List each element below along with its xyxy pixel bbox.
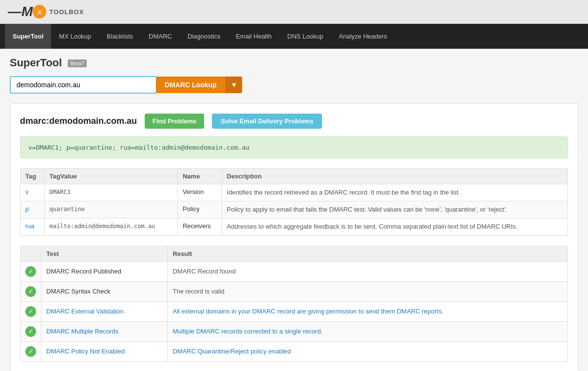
tags-table: Tag TagValue Name Description v DMARC1 V… <box>20 168 568 236</box>
domain-value: demodomain.com.au <box>49 116 137 126</box>
table-row: ✓ DMARC Syntax Check The record is valid <box>20 281 568 301</box>
test-result-cell: Multiple DMARC records corrected to a si… <box>168 321 568 341</box>
logo-m-text: —M <box>8 4 33 20</box>
lookup-dropdown-button[interactable]: ▼ <box>226 77 243 93</box>
pass-icon: ✓ <box>25 286 36 297</box>
test-name-text: DMARC Syntax Check <box>46 288 110 295</box>
tag-value-cell: DMARC1 <box>50 189 71 195</box>
main-content: SuperTool Beta7 DMARC Lookup ▼ dmarc:dem… <box>0 49 588 371</box>
tag-name-cell: Version <box>177 184 222 201</box>
pass-icon: ✓ <box>25 306 36 317</box>
dmarc-record-box: v=DMARC1; p=quarantine; rua=mailto:admin… <box>20 137 568 158</box>
table-row: rua mailto:admin@demodomain.com.au Recei… <box>20 218 568 235</box>
test-name-text: DMARC Record Published <box>46 268 121 275</box>
tag-link[interactable]: v <box>25 188 29 195</box>
result-section: dmarc:demodomain.com.au Find Problems So… <box>10 103 578 371</box>
table-row: ✓ DMARC Policy Not Enabled DMARC Quarant… <box>20 341 568 361</box>
nav-item-analyze-headers[interactable]: Analyze Headers <box>331 24 395 49</box>
test-result-link[interactable]: DMARC Quarantine/Reject policy enabled <box>172 348 291 355</box>
nav-item-supertool[interactable]: SuperTool <box>5 24 51 49</box>
table-row: v DMARC1 Version Identifies the record r… <box>20 184 568 201</box>
col-description: Description <box>222 169 568 184</box>
test-name-link[interactable]: DMARC Multiple Records <box>46 328 118 335</box>
test-name-cell: DMARC Multiple Records <box>41 321 168 341</box>
tag-name-cell: Receivers <box>177 218 222 235</box>
tests-table: Test Result ✓ DMARC Record Published DMA… <box>20 246 568 362</box>
nav-item-dmarc[interactable]: DMARC <box>141 24 180 49</box>
test-result-cell: DMARC Quarantine/Reject policy enabled <box>168 341 568 361</box>
col-name: Name <box>177 169 222 184</box>
tag-link[interactable]: p <box>25 205 29 213</box>
col-tag: Tag <box>20 169 45 184</box>
tag-desc-cell: Identifies the record retrieved as a DMA… <box>222 184 568 201</box>
result-header: dmarc:demodomain.com.au Find Problems So… <box>20 114 568 129</box>
search-bar: DMARC Lookup ▼ <box>10 76 578 94</box>
logo-circle: x <box>33 5 46 19</box>
pass-icon: ✓ <box>25 346 36 357</box>
nav-item-mx-lookup[interactable]: MX Lookup <box>51 24 99 49</box>
result-domain: dmarc:demodomain.com.au <box>20 116 137 126</box>
test-result-link[interactable]: Multiple DMARC records corrected to a si… <box>172 328 322 335</box>
col-tag-value: TagValue <box>44 169 177 184</box>
table-row: ✓ DMARC Record Published DMARC Record fo… <box>20 261 568 281</box>
tag-value-cell: mailto:admin@demodomain.com.au <box>50 223 155 230</box>
main-nav: SuperTool MX Lookup Blacklists DMARC Dia… <box>0 24 588 49</box>
table-row: ✓ DMARC Multiple Records Multiple DMARC … <box>20 321 568 341</box>
nav-item-email-health[interactable]: Email Health <box>228 24 280 49</box>
nav-item-dns-lookup[interactable]: DNS Lookup <box>280 24 331 49</box>
test-result-cell: All external domains in your DMARC recor… <box>168 301 568 321</box>
test-result-text: DMARC Record found <box>172 268 235 275</box>
test-result-link[interactable]: All external domains in your DMARC recor… <box>172 308 443 315</box>
pass-icon: ✓ <box>25 266 36 277</box>
test-name-link[interactable]: DMARC Policy Not Enabled <box>46 348 125 355</box>
test-name-cell: DMARC Syntax Check <box>41 281 168 301</box>
nav-item-blacklists[interactable]: Blacklists <box>99 24 141 49</box>
col-status <box>20 246 41 261</box>
tag-link[interactable]: rua <box>25 222 35 230</box>
table-row: ✓ DMARC External Validation All external… <box>20 301 568 321</box>
tag-value-cell: quarantine <box>50 206 85 213</box>
table-row: p quarantine Policy Policy to apply to e… <box>20 201 568 218</box>
test-name-cell: DMARC Record Published <box>41 261 168 281</box>
test-name-cell: DMARC Policy Not Enabled <box>41 341 168 361</box>
domain-input[interactable] <box>10 76 156 94</box>
domain-prefix: dmarc: <box>20 116 49 126</box>
tag-desc-cell: Policy to apply to email that fails the … <box>222 201 568 218</box>
beta-badge: Beta7 <box>68 59 87 67</box>
tag-name-cell: Policy <box>177 201 222 218</box>
logo-toolbox-text: TOOLBOX <box>49 8 84 16</box>
test-name-link[interactable]: DMARC External Validation <box>46 308 124 315</box>
test-result-cell: The record is valid <box>168 281 568 301</box>
dmarc-lookup-button[interactable]: DMARC Lookup <box>156 77 226 93</box>
find-problems-button[interactable]: Find Problems <box>145 114 204 129</box>
test-result-cell: DMARC Record found <box>168 261 568 281</box>
tag-desc-cell: Addresses to which aggregate feedback is… <box>222 218 568 235</box>
page-title: SuperTool Beta7 <box>10 57 578 69</box>
test-result-text: The record is valid <box>172 288 224 295</box>
solve-delivery-button[interactable]: Solve Email Delivery Problems <box>212 114 322 129</box>
col-test: Test <box>41 246 168 261</box>
app-header: —M x TOOLBOX <box>0 0 588 24</box>
test-name-cell: DMARC External Validation <box>41 301 168 321</box>
dropdown-arrow-icon: ▼ <box>231 81 238 89</box>
page-title-text: SuperTool <box>10 57 62 69</box>
logo: —M x TOOLBOX <box>8 4 84 20</box>
pass-icon: ✓ <box>25 326 36 337</box>
col-result: Result <box>168 246 568 261</box>
nav-item-diagnostics[interactable]: Diagnostics <box>180 24 228 49</box>
